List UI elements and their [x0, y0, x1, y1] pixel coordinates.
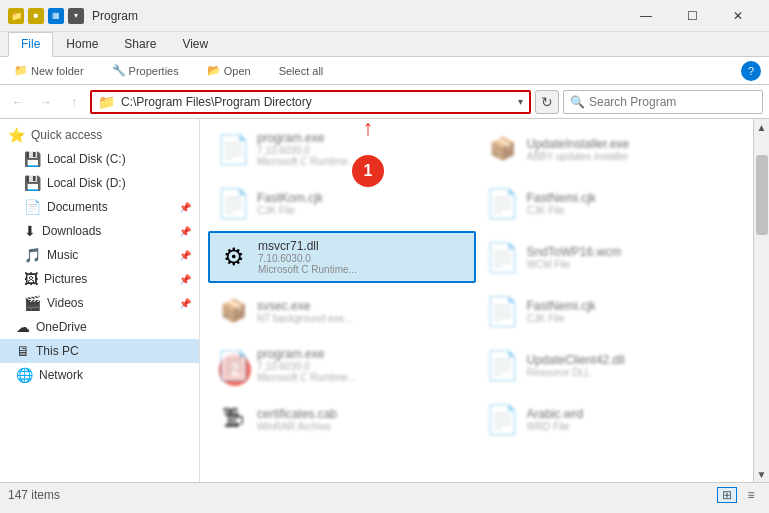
tb-icon-4: ▾	[68, 8, 84, 24]
sidebar-item-documents[interactable]: 📄 Documents 📌	[0, 195, 199, 219]
address-path-box[interactable]: 📁 C:\Program Files\Program Directory ▾	[90, 90, 531, 114]
properties-button[interactable]: 🔧 Properties	[106, 62, 185, 79]
file-item-program-exe[interactable]: 📄 program.exe 7.10.6030.0 Microsoft C Ru…	[208, 123, 476, 175]
tab-view[interactable]: View	[169, 32, 221, 56]
svsec-icon: 📦	[215, 293, 251, 329]
file-item-fastnemi2[interactable]: 📄 FastNemi.cjk CJK File	[478, 285, 746, 337]
music-icon: 🎵	[24, 247, 41, 263]
unknown-detail2: Microsoft C Runtime...	[257, 372, 356, 383]
sidebar-item-quick-access[interactable]: ⭐ Quick access	[0, 123, 199, 147]
minimize-button[interactable]: —	[623, 0, 669, 32]
fastkom-icon: 📄	[215, 185, 251, 221]
file-item-updateclient42[interactable]: 📄 UpdateClient42.dll Resource DLL	[478, 339, 746, 391]
sndtowp16-icon: 📄	[485, 239, 521, 275]
program-exe-detail2: Microsoft C Runtime...	[257, 156, 356, 167]
fastnemi2-detail: CJK File	[527, 313, 596, 324]
annotation-circle-1: 1	[352, 155, 384, 187]
ribbon-bar: 📁 New folder 🔧 Properties 📂 Open Select …	[0, 57, 769, 85]
updateinstaller-icon: 📦	[485, 131, 521, 167]
star-icon: ⭐	[8, 127, 25, 143]
scroll-down-button[interactable]: ▼	[754, 466, 770, 482]
window-title: Program	[92, 9, 623, 23]
file-item-certificates[interactable]: 🗜 certificates.cab WinRAR Archive	[208, 393, 476, 445]
ribbon-tabs: File Home Share View	[0, 32, 769, 56]
file-item-unknown[interactable]: 📄 program.exe 7.10.6030.0 Microsoft C Ru…	[208, 339, 476, 391]
back-button[interactable]: ←	[6, 90, 30, 114]
arabic-icon: 📄	[485, 401, 521, 437]
videos-icon: 🎬	[24, 295, 41, 311]
sidebar-item-this-pc[interactable]: 🖥 This PC	[0, 339, 199, 363]
msvcr71-detail1: 7.10.6030.0	[258, 253, 357, 264]
file-item-fastnemi1[interactable]: 📄 FastNemi.cjk CJK File	[478, 177, 746, 229]
sidebar-item-local-disk-c[interactable]: 💾 Local Disk (C:)	[0, 147, 199, 171]
pin-documents-icon: 📌	[179, 202, 191, 213]
file-item-sndtowp16[interactable]: 📄 SndToWP16.wcm WCM File	[478, 231, 746, 283]
search-box[interactable]: 🔍	[563, 90, 763, 114]
fastkom-detail: CJK File	[257, 205, 323, 216]
path-folder-icon: 📁	[98, 94, 115, 110]
pin-pictures-icon: 📌	[179, 274, 191, 285]
pin-videos-icon: 📌	[179, 298, 191, 309]
file-item-arabic[interactable]: 📄 Arabic.wrd WRD File	[478, 393, 746, 445]
close-button[interactable]: ✕	[715, 0, 761, 32]
help-icon[interactable]: ?	[741, 61, 761, 81]
updateinstaller-detail: ABBY updates installer	[527, 151, 630, 162]
select-all-button[interactable]: Select all	[273, 63, 330, 79]
up-button[interactable]: ↑	[62, 90, 86, 114]
updateinstaller-name: UpdateInstaller.exe	[527, 137, 630, 151]
tab-home[interactable]: Home	[53, 32, 111, 56]
sidebar-item-videos[interactable]: 🎬 Videos 📌	[0, 291, 199, 315]
file-item-svsec[interactable]: 2 📦 svsec.exe NT background exe...	[208, 285, 476, 337]
disk-c-icon: 💾	[24, 151, 41, 167]
msvcr71-name: msvcr71.dll	[258, 239, 357, 253]
unknown-detail1: 7.10.6030.0	[257, 361, 356, 372]
fastnemi1-name: FastNemi.cjk	[527, 191, 596, 205]
program-exe-icon: 📄	[215, 131, 251, 167]
refresh-button[interactable]: ↻	[535, 90, 559, 114]
pin-downloads-icon: 📌	[179, 226, 191, 237]
new-folder-button[interactable]: 📁 New folder	[8, 62, 90, 79]
updateclient42-icon: 📄	[485, 347, 521, 383]
sidebar-item-network[interactable]: 🌐 Network	[0, 363, 199, 387]
list-view-button[interactable]: ≡	[741, 487, 761, 503]
file-item-updateinstaller[interactable]: 📦 UpdateInstaller.exe ABBY updates insta…	[478, 123, 746, 175]
tab-file[interactable]: File	[8, 32, 53, 57]
details-view-button[interactable]: ⊞	[717, 487, 737, 503]
main-content: ⭐ Quick access 💾 Local Disk (C:) 💾 Local…	[0, 119, 769, 482]
documents-icon: 📄	[24, 199, 41, 215]
properties-label: Properties	[129, 65, 179, 77]
search-input[interactable]	[589, 95, 756, 109]
tb-icon-3: ▦	[48, 8, 64, 24]
maximize-button[interactable]: ☐	[669, 0, 715, 32]
tab-share[interactable]: Share	[111, 32, 169, 56]
certificates-name: certificates.cab	[257, 407, 337, 421]
annotation-arrow-1: ↑	[363, 119, 374, 139]
ribbon: File Home Share View	[0, 32, 769, 57]
forward-button[interactable]: →	[34, 90, 58, 114]
open-button[interactable]: 📂 Open	[201, 62, 257, 79]
sidebar-item-onedrive[interactable]: ☁ OneDrive	[0, 315, 199, 339]
file-item-msvcr71[interactable]: ⚙ msvcr71.dll 7.10.6030.0 Microsoft C Ru…	[208, 231, 476, 283]
program-exe-detail1: 7.10.6030.0	[257, 145, 356, 156]
title-bar-icons: 📁 ■ ▦ ▾	[8, 8, 84, 24]
address-path-text: C:\Program Files\Program Directory	[121, 95, 312, 109]
msvcr71-detail2: Microsoft C Runtime...	[258, 264, 357, 275]
sidebar-item-music[interactable]: 🎵 Music 📌	[0, 243, 199, 267]
scroll-up-button[interactable]: ▲	[754, 119, 770, 135]
tb-icon-2: ■	[28, 8, 44, 24]
this-pc-icon: 🖥	[16, 343, 30, 359]
sidebar-item-downloads[interactable]: ⬇ Downloads 📌	[0, 219, 199, 243]
arabic-detail: WRD File	[527, 421, 584, 432]
sidebar-item-local-disk-d[interactable]: 💾 Local Disk (D:)	[0, 171, 199, 195]
scrollbar[interactable]: ▲ ▼	[753, 119, 769, 482]
fastkom-name: FastKom.cjk	[257, 191, 323, 205]
disk-d-icon: 💾	[24, 175, 41, 191]
new-folder-label: New folder	[31, 65, 84, 77]
file-item-fastkom[interactable]: 📄 FastKom.cjk CJK File	[208, 177, 476, 229]
sidebar-item-pictures[interactable]: 🖼 Pictures 📌	[0, 267, 199, 291]
program-exe-name: program.exe	[257, 131, 356, 145]
item-count: 147 items	[8, 488, 60, 502]
sndtowp16-detail: WCM File	[527, 259, 622, 270]
file-area: 1 ↑ 📄 program.exe 7.10.6030.0 Microsoft …	[200, 119, 753, 482]
scroll-thumb[interactable]	[756, 155, 768, 235]
